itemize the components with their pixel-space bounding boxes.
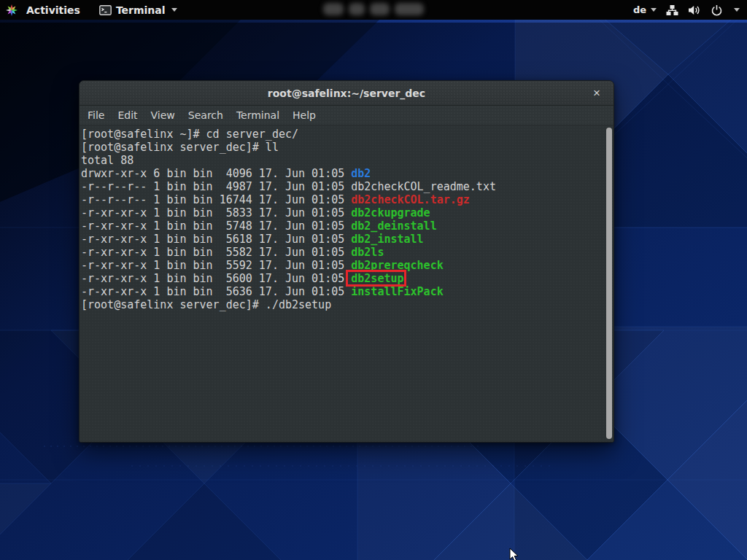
- window-titlebar[interactable]: root@safelinx:~/server_dec ×: [80, 81, 614, 106]
- keyboard-layout-label: de: [633, 4, 646, 15]
- terminal-lines: [root@safelinx ~]# cd server_dec/[root@s…: [81, 128, 612, 311]
- top-bar: Activities Terminal de: [0, 0, 747, 20]
- terminal-text-segment: db2checkCOL.tar.gz: [351, 193, 470, 206]
- terminal-text-segment: -r-xr-xr-x 1 bin bin 5636 17. Jun 01:05: [81, 285, 351, 298]
- chevron-down-icon: [171, 8, 177, 12]
- chevron-down-icon[interactable]: [734, 8, 740, 12]
- terminal-line: -r--r--r-- 1 bin bin 16744 17. Jun 01:05…: [81, 193, 612, 206]
- power-icon[interactable]: [711, 4, 723, 16]
- activities-button[interactable]: Activities: [23, 4, 83, 16]
- terminal-text-segment: db2: [351, 167, 371, 180]
- terminal-text-segment: -r-xr-xr-x 1 bin bin 5618 17. Jun 01:05: [81, 233, 351, 246]
- terminal-line: -r-xr-xr-x 1 bin bin 5748 17. Jun 01:05 …: [81, 219, 612, 233]
- terminal-text-segment: drwxr-xr-x 6 bin bin 4096 17. Jun 01:05: [81, 167, 351, 180]
- terminal-line: [root@safelinx server_dec]# ll: [81, 141, 612, 154]
- terminal-text-segment: db2ls: [351, 246, 384, 259]
- terminal-text-segment: db2ckupgrade: [351, 206, 430, 219]
- terminal-line: -r-xr-xr-x 1 bin bin 5600 17. Jun 01:05 …: [81, 272, 612, 285]
- terminal-content[interactable]: [root@safelinx ~]# cd server_dec/[root@s…: [80, 125, 614, 442]
- terminal-line: total 88: [81, 154, 612, 167]
- terminal-line: -r-xr-xr-x 1 bin bin 5833 17. Jun 01:05 …: [81, 206, 612, 219]
- clock-blob: [370, 3, 390, 15]
- clock-blob: [395, 3, 424, 15]
- menu-edit[interactable]: Edit: [111, 107, 144, 123]
- terminal-text-segment: -r--r--r-- 1 bin bin 4987 17. Jun 01:05: [81, 180, 351, 193]
- terminal-text-segment: [root@safelinx server_dec]# ./db2setup: [81, 298, 331, 311]
- terminal-line: -r-xr-xr-x 1 bin bin 5636 17. Jun 01:05 …: [81, 285, 612, 298]
- terminal-app-icon: [99, 5, 112, 15]
- menu-view[interactable]: View: [144, 107, 182, 123]
- menu-file[interactable]: File: [81, 107, 111, 123]
- menu-terminal[interactable]: Terminal: [230, 107, 286, 123]
- terminal-line: [root@safelinx ~]# cd server_dec/: [81, 128, 612, 141]
- terminal-text-segment: total 88: [81, 154, 133, 167]
- terminal-line: -r-xr-xr-x 1 bin bin 5592 17. Jun 01:05 …: [81, 259, 612, 272]
- close-button[interactable]: ×: [587, 81, 606, 106]
- chevron-down-icon: [651, 8, 657, 12]
- terminal-text-segment: db2_deinstall: [351, 219, 436, 233]
- terminal-text-segment: db2_install: [351, 233, 423, 246]
- terminal-text-segment: [root@safelinx server_dec]# ll: [81, 141, 279, 154]
- keyboard-layout-indicator[interactable]: de: [633, 4, 657, 15]
- terminal-text-segment: -r-xr-xr-x 1 bin bin 5833 17. Jun 01:05: [81, 206, 351, 219]
- app-menu-label: Terminal: [116, 4, 166, 16]
- distro-logo-icon: [6, 4, 18, 16]
- terminal-text-segment: db2prereqcheck: [351, 259, 443, 272]
- terminal-text-segment: -r-xr-xr-x 1 bin bin 5600 17. Jun 01:05: [81, 272, 351, 285]
- terminal-text-segment: -r--r--r-- 1 bin bin 16744 17. Jun 01:05: [81, 193, 351, 206]
- menu-help[interactable]: Help: [286, 107, 322, 123]
- menu-bar: FileEditViewSearchTerminalHelp: [80, 106, 614, 125]
- terminal-text-segment: -r-xr-xr-x 1 bin bin 5592 17. Jun 01:05: [81, 259, 351, 272]
- scrollbar[interactable]: [606, 128, 612, 439]
- app-menu-button[interactable]: Terminal: [99, 4, 177, 16]
- terminal-line: [root@safelinx server_dec]# ./db2setup: [81, 298, 612, 311]
- clock-blob: [349, 3, 365, 15]
- terminal-line: drwxr-xr-x 6 bin bin 4096 17. Jun 01:05 …: [81, 167, 612, 180]
- terminal-text-segment: -r-xr-xr-x 1 bin bin 5582 17. Jun 01:05: [81, 246, 351, 259]
- terminal-line: -r--r--r-- 1 bin bin 4987 17. Jun 01:05 …: [81, 180, 612, 193]
- window-title: root@safelinx:~/server_dec: [268, 88, 425, 99]
- highlighted-filename: db2setup: [351, 272, 403, 285]
- terminal-text-segment: installFixPack: [351, 285, 443, 298]
- menu-search[interactable]: Search: [182, 107, 230, 123]
- terminal-line: -r-xr-xr-x 1 bin bin 5618 17. Jun 01:05 …: [81, 233, 612, 246]
- clock-redacted[interactable]: [323, 3, 424, 17]
- terminal-window: root@safelinx:~/server_dec × FileEditVie…: [79, 80, 614, 443]
- volume-icon[interactable]: [688, 4, 701, 16]
- terminal-line: -r-xr-xr-x 1 bin bin 5582 17. Jun 01:05 …: [81, 246, 612, 259]
- terminal-text-segment: db2checkCOL_readme.txt: [351, 180, 496, 193]
- terminal-text-segment: [root@safelinx ~]# cd server_dec/: [81, 128, 298, 141]
- terminal-text-segment: -r-xr-xr-x 1 bin bin 5748 17. Jun 01:05: [81, 219, 351, 233]
- network-icon[interactable]: [666, 4, 678, 16]
- clock-blob: [323, 3, 344, 15]
